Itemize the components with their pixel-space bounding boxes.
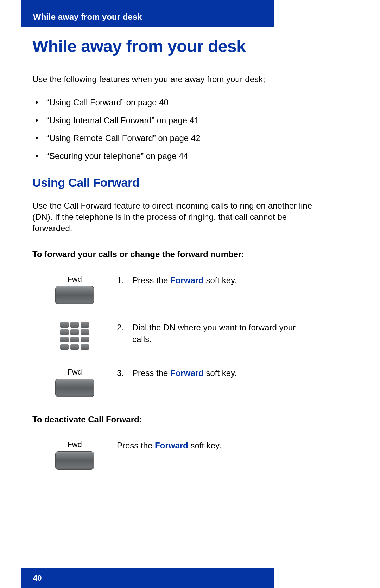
toc-list: “Using Call Forward” on page 40 “Using I… [32,97,314,162]
page-number: 40 [33,574,42,583]
softkey-icon [55,379,94,397]
header-title: While away from your desk [33,12,142,22]
section-heading: Using Call Forward [32,176,314,190]
step-row: 2. Dial the DN where you want to forward… [32,322,314,350]
step-text: Press the Forward soft key. [117,440,314,451]
heading-rule [32,192,314,192]
section-body: Use the Call Forward feature to direct i… [32,200,314,234]
page-header: While away from your desk [21,0,274,27]
step-text: 2. Dial the DN where you want to forward… [117,322,314,345]
step-icon-cell: Fwd [32,275,117,304]
toc-item: “Securing your telephone” on page 44 [32,150,314,162]
step-keyword: Forward [170,368,204,378]
step-icon-cell: Fwd [32,367,117,397]
step-text-post: soft key. [204,368,237,378]
toc-item: “Using Call Forward” on page 40 [32,97,314,108]
step-body: Press the Forward soft key. [117,440,314,451]
page-content: While away from your desk Use the follow… [32,37,314,470]
step-keyword: Forward [170,276,204,285]
step-row: Fwd 3. Press the Forward soft key. [32,367,314,397]
keypad-icon [60,322,89,350]
toc-item: “Using Remote Call Forward” on page 42 [32,132,314,144]
step-text: 1. Press the Forward soft key. [117,275,314,286]
step-text-pre: Press the [132,368,170,378]
step-keyword: Forward [155,441,188,450]
step-text: 3. Press the Forward soft key. [117,367,314,379]
page-footer: 40 [21,568,274,588]
step-number: 1. [117,275,132,286]
softkey-icon [55,286,94,304]
softkey-label: Fwd [67,367,82,377]
step-text-pre: Press the [117,441,155,450]
step-body: Press the Forward soft key. [132,275,314,286]
step-number: 2. [117,322,132,333]
step-body: Dial the DN where you want to forward yo… [132,322,314,345]
step-body: Press the Forward soft key. [132,367,314,379]
intro-paragraph: Use the following features when you are … [32,74,314,85]
step-icon-cell: Fwd [32,440,117,470]
toc-item: “Using Internal Call Forward” on page 41 [32,115,314,126]
step-text-pre: Dial the DN where you want to forward yo… [132,323,296,343]
document-page: While away from your desk While away fro… [0,0,380,588]
step-text-post: soft key. [188,441,221,450]
softkey-icon [55,451,94,470]
softkey-label: Fwd [67,440,82,449]
step-row: Fwd Press the Forward soft key. [32,440,314,470]
step-text-pre: Press the [132,276,170,285]
step-row: Fwd 1. Press the Forward soft key. [32,275,314,304]
step-icon-cell [32,322,117,350]
step-number: 3. [117,367,132,379]
procedure-heading: To forward your calls or change the forw… [32,249,314,259]
procedure-heading: To deactivate Call Forward: [32,415,314,425]
page-title: While away from your desk [32,37,314,56]
softkey-label: Fwd [67,275,82,284]
step-text-post: soft key. [204,276,237,285]
